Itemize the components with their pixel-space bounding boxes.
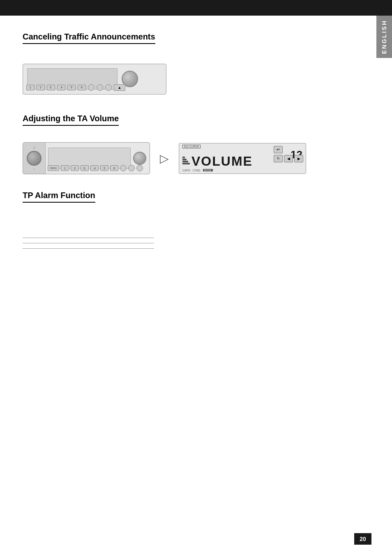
- mode-row: CAFD CTAD MODE: [182, 169, 302, 172]
- radio-unit-2: + – SRCE 1 2 3. .4 5 6: [23, 142, 150, 174]
- display-right-buttons: ↩ ↻ ◀ ▶: [274, 146, 303, 162]
- back-btn: ↩: [274, 146, 283, 153]
- eq-curve-badge: EQ CURVE: [182, 145, 201, 148]
- page-number: 20: [354, 533, 371, 545]
- section-adjusting-ta: Adjusting the TA Volume + – SRCE 1 2 3. …: [23, 114, 354, 174]
- preset-btn-2: 2: [37, 85, 45, 90]
- bottom-line-1: [23, 238, 154, 238]
- sidebar-label: ENGLISH: [381, 20, 387, 54]
- bar3: [182, 161, 188, 162]
- heading-adjusting-ta: Adjusting the TA Volume: [23, 114, 119, 126]
- main-content: Canceling Traffic Announcements 1 2 3. .…: [0, 16, 376, 278]
- eject-button: ▲: [114, 84, 125, 91]
- heading-canceling-traffic: Canceling Traffic Announcements: [23, 32, 155, 44]
- preset-btn-b5: 5: [100, 165, 108, 171]
- preset-btn-b3: 3.: [81, 165, 89, 171]
- preset-btn-1: 1: [26, 85, 35, 90]
- preset-btn-bc3: [136, 165, 143, 171]
- arrow-icon: ▷: [154, 152, 175, 165]
- preset-btn-6: 6: [78, 85, 86, 90]
- preset-btn-b1: 1: [61, 165, 69, 171]
- preset-btn-bc1: [120, 165, 127, 171]
- volume-knob: [27, 151, 42, 166]
- preset-btn-b4: .4: [90, 165, 99, 171]
- preset-buttons-2: SRCE 1 2 3. .4 5 6: [48, 165, 143, 171]
- prev-btn: ◀: [284, 155, 293, 162]
- section-tp-alarm: TP Alarm Function: [23, 191, 354, 213]
- device-illustration-1: 1 2 3. .4 5 6 ▲: [23, 60, 354, 97]
- bottom-line-3: [23, 248, 154, 249]
- heading-tp-alarm: TP Alarm Function: [23, 191, 95, 203]
- bar4: [182, 163, 190, 164]
- volume-text: VOLUME: [191, 155, 253, 168]
- preset-btn-b2: 2: [71, 165, 79, 171]
- ctad-label: CTAD: [193, 169, 201, 172]
- preset-btn-circle-1: [88, 84, 95, 91]
- preset-btn-b6: 6: [110, 165, 118, 171]
- cafd-label: CAFD: [182, 169, 190, 172]
- right-tuner-knob: [133, 152, 146, 165]
- bar2: [182, 159, 187, 160]
- preset-btn-4: .4: [57, 85, 65, 90]
- mode-badge: MODE: [203, 169, 213, 171]
- preset-btn-circle-3: [105, 84, 112, 91]
- preset-btn-s: SRCE: [48, 165, 59, 171]
- sidebar-tab: ENGLISH: [376, 16, 392, 58]
- radio-unit-1: 1 2 3. .4 5 6 ▲: [23, 64, 166, 95]
- vol-icon-area: VOLUME: [182, 155, 253, 168]
- preset-buttons-1: 1 2 3. .4 5 6 ▲: [26, 84, 125, 91]
- vol-plus: +: [33, 146, 35, 149]
- bottom-line-2: [23, 243, 154, 243]
- section-canceling-traffic: Canceling Traffic Announcements 1 2 3. .…: [23, 32, 354, 97]
- left-panel: + –: [23, 143, 46, 174]
- bottom-lines: [23, 238, 354, 249]
- next-btn: ▶: [294, 155, 303, 162]
- display-screen: EQ CURVE VOLUME 12: [179, 143, 306, 174]
- preset-btn-5: 5: [67, 85, 76, 90]
- vol-minus: –: [33, 167, 35, 170]
- preset-btn-3: 3.: [47, 85, 55, 90]
- bar1: [182, 157, 185, 158]
- preset-btn-bc2: [128, 165, 135, 171]
- preset-btn-circle-2: [97, 84, 103, 91]
- repeat-btn: ↻: [274, 155, 283, 162]
- top-bar: [0, 0, 392, 16]
- nav-buttons: ↻ ◀ ▶: [274, 155, 303, 162]
- vol-bars-icon: [182, 157, 190, 166]
- device-row-ta: + – SRCE 1 2 3. .4 5 6: [23, 142, 354, 174]
